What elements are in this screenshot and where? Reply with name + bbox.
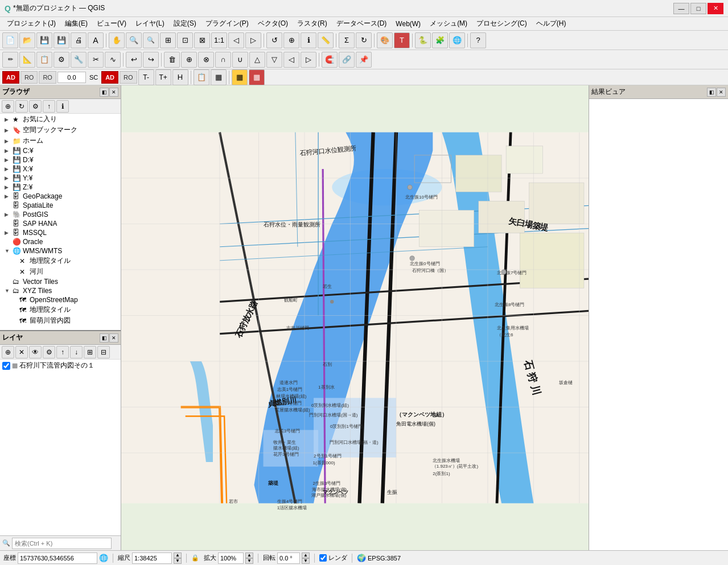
zoom-full-button[interactable]: ⊞ [160,32,176,48]
browser-tree-item[interactable]: ▶🗄GeoPackage [0,192,121,201]
scale-up-button[interactable]: ▲ [174,552,182,558]
menu-settings[interactable]: 設定(S) [169,18,201,30]
dig-btn-3[interactable]: 📋 [36,52,52,68]
t2-button[interactable]: T+ [155,69,171,85]
select-button[interactable]: ↺ [266,32,282,48]
layer-style-button[interactable]: 🎨 [377,32,393,48]
dig-btn-6[interactable]: ✂ [88,52,104,68]
render-checkbox[interactable] [319,554,327,562]
browser-tree-item[interactable]: 🗂Vector Tiles [0,277,121,286]
layer-select2-btn[interactable]: ▦ [249,69,265,85]
browser-tree-item[interactable]: ▶💾C:¥ [0,146,121,155]
rotation-input[interactable] [277,552,300,564]
menu-database[interactable]: データベース(D) [332,18,392,30]
dig-btn-11[interactable]: ⊕ [181,52,197,68]
dig-btn-8[interactable]: ↩ [126,52,142,68]
zoom-selection-button[interactable]: ⊠ [194,32,210,48]
layer-visibility-checkbox[interactable] [2,362,10,370]
locator-button[interactable]: 🌐 [449,32,465,48]
snap-btn[interactable]: 🧲 [322,52,338,68]
browser-tree-item[interactable]: ▶🗄MSSQL [0,228,121,237]
layer-up-button[interactable]: ↑ [56,346,69,358]
menu-processing[interactable]: プロセシング(C) [472,18,532,30]
results-float-button[interactable]: ◧ [707,88,716,97]
browser-tree-item[interactable]: ✕河川 [0,266,121,277]
ad-button[interactable]: AD [2,71,19,84]
browser-close-button[interactable]: ✕ [109,88,118,97]
dig-btn-5[interactable]: 🔧 [71,52,87,68]
layer-filter-button[interactable]: ⚙ [43,346,55,358]
zoom-out-button[interactable]: 🔍 [143,32,159,48]
layer-close-button[interactable]: ✕ [109,333,118,343]
ro2-button[interactable]: RO [39,71,56,84]
menu-edit[interactable]: 編集(E) [60,18,92,30]
identify-button[interactable]: ℹ [301,32,316,48]
browser-tree-item[interactable]: 🗺地理院タイル [0,304,121,315]
open-project-button[interactable]: 📂 [19,32,35,48]
menu-raster[interactable]: ラスタ(R) [293,18,332,30]
t-button[interactable]: T- [138,69,154,85]
ad2-button[interactable]: AD [101,71,118,84]
undo-button[interactable]: A [88,32,104,48]
browser-tree-item[interactable]: ✕地理院タイル [0,255,121,266]
dig-btn-17[interactable]: ◁ [283,52,299,68]
dig-btn-16[interactable]: ▽ [266,52,282,68]
browser-collapse-button[interactable]: ↑ [43,100,55,113]
dig-btn-14[interactable]: ∪ [232,52,248,68]
zoom-input[interactable] [218,552,244,564]
statistics-button[interactable]: Σ [339,32,355,48]
layer-select-btn[interactable]: ▦ [232,69,248,85]
dig-btn-7[interactable]: ∿ [105,52,121,68]
new-project-button[interactable]: 📄 [2,32,18,48]
ro-button[interactable]: RO [20,71,38,84]
layer-down-button[interactable]: ↓ [70,346,83,358]
browser-tree-item[interactable]: 🗺留萌川管内図 [0,315,121,326]
python-button[interactable]: 🐍 [415,32,431,48]
results-close-button[interactable]: ✕ [717,88,726,97]
browser-tree-item[interactable]: ▶🔖空間ブックマーク [0,125,121,135]
menu-layer[interactable]: レイヤ(L) [131,18,169,30]
minimize-button[interactable]: — [673,3,689,14]
zoom-in-button[interactable]: 🔍 [126,32,142,48]
browser-tree-item[interactable]: ▶💾Z:¥ [0,183,121,192]
browser-tree-item[interactable]: ▶💾D:¥ [0,155,121,164]
ro3-button[interactable]: RO [120,71,137,84]
browser-tree-item[interactable]: 🗄SAP HANA [0,219,121,228]
snap2-btn[interactable]: 🔗 [339,52,355,68]
browser-info-button[interactable]: ℹ [56,100,69,113]
browser-tree-item[interactable]: 🗄SpatiaLite [0,201,121,210]
rotation-up-button[interactable]: ▲ [302,552,310,558]
browser-float-button[interactable]: ◧ [100,88,109,97]
layer-expand-button[interactable]: ⊞ [84,346,96,358]
layer-float-button[interactable]: ◧ [100,333,109,343]
annot-btn2[interactable]: ▦ [211,69,227,85]
browser-refresh-button[interactable]: ↻ [15,100,28,113]
zoom-down-button[interactable]: ▼ [245,558,253,564]
layer-add-button[interactable]: ⊕ [2,346,14,358]
close-button[interactable]: ✕ [708,3,723,14]
layer-remove-button[interactable]: ✕ [15,346,28,358]
annot-btn1[interactable]: 📋 [194,69,209,85]
browser-tree-item[interactable]: ▶📁ホーム [0,135,121,146]
layer-item[interactable]: ▦ 石狩川下流管内図その１ [0,360,121,372]
maximize-button[interactable]: □ [690,3,706,14]
h-button[interactable]: H [172,69,188,85]
dig-btn-9[interactable]: ↪ [143,52,159,68]
dig-btn-13[interactable]: ∩ [215,52,231,68]
deselect-button[interactable]: ⊕ [283,32,299,48]
dig-btn-18[interactable]: ▷ [301,52,316,68]
pan-left-button[interactable]: ◁ [228,32,244,48]
pan-button[interactable]: ✋ [109,32,125,48]
search-input[interactable] [12,538,112,549]
zoom-up-button[interactable]: ▲ [245,552,253,558]
pan-right-button[interactable]: ▷ [245,32,261,48]
print-button[interactable]: 🖨 [71,32,87,48]
dig-btn-4[interactable]: ⚙ [54,52,69,68]
dig-btn-15[interactable]: △ [249,52,265,68]
browser-filter-button[interactable]: ⚙ [29,100,42,113]
open-attr-table-button[interactable]: T [394,32,410,48]
menu-vector[interactable]: ベクタ(O) [253,18,293,30]
menu-mesh[interactable]: メッシュ(M) [425,18,472,30]
rotation-down-button[interactable]: ▼ [302,558,310,564]
zoom-native-button[interactable]: 1:1 [211,32,227,48]
